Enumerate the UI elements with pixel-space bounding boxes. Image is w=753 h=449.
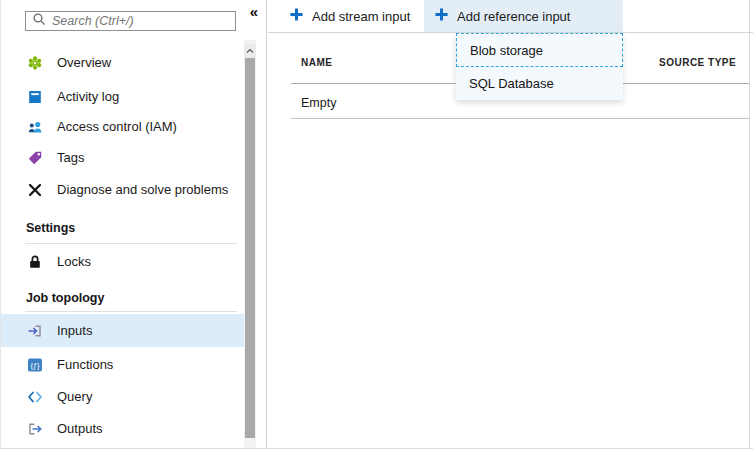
sidebar-scrollbar-thumb[interactable] <box>245 58 255 438</box>
activity-log-icon <box>27 89 43 105</box>
sidebar-item-functions[interactable]: {ƒ} Functions <box>1 348 244 381</box>
sidebar-item-label: Tags <box>57 150 84 165</box>
query-icon <box>27 389 43 405</box>
azure-portal-inputs-page: « Overview Activity log Access control (… <box>0 0 753 449</box>
table-row-divider <box>291 118 749 119</box>
column-header-source-type: SOURCE TYPE <box>659 57 736 68</box>
add-stream-input-label: Add stream input <box>312 9 410 24</box>
plus-icon <box>289 7 304 25</box>
diagnose-icon <box>27 182 43 198</box>
svg-text:{ƒ}: {ƒ} <box>30 361 40 370</box>
sidebar-item-label: Inputs <box>57 323 92 338</box>
search-input[interactable] <box>52 14 229 28</box>
inputs-icon <box>27 323 43 339</box>
sidebar-item-inputs[interactable]: Inputs <box>1 314 244 347</box>
sidebar-item-overview[interactable]: Overview <box>1 46 244 79</box>
table-row: Empty <box>301 96 336 110</box>
inputs-content: Add stream input Add reference input NAM… <box>268 0 753 449</box>
content-right-edge <box>749 0 750 449</box>
command-bar: Add stream input Add reference input <box>268 0 753 33</box>
access-control-icon <box>27 119 43 135</box>
plus-icon <box>434 7 449 25</box>
sidebar-item-activity-log[interactable]: Activity log <box>1 80 244 113</box>
tag-icon <box>27 150 43 166</box>
sidebar-section-job-topology: Job topology <box>26 291 104 305</box>
search-icon <box>32 12 46 30</box>
sidebar-item-label: Outputs <box>57 421 103 436</box>
column-header-name: NAME <box>301 57 332 68</box>
menu-item-blob-storage[interactable]: Blob storage <box>456 33 623 67</box>
sidebar-item-label: Diagnose and solve problems <box>57 182 228 197</box>
sidebar-scrollbar[interactable] <box>244 40 256 449</box>
sidebar-item-label: Query <box>57 389 92 404</box>
outputs-icon <box>27 421 43 437</box>
functions-icon: {ƒ} <box>27 357 43 373</box>
add-reference-input-button[interactable]: Add reference input <box>424 0 623 32</box>
menu-item-sql-database[interactable]: SQL Database <box>456 67 623 100</box>
overview-icon <box>27 55 43 71</box>
sidebar-item-query[interactable]: Query <box>1 380 244 413</box>
sidebar-item-label: Functions <box>57 357 113 372</box>
scrollbar-up-icon[interactable] <box>244 44 256 58</box>
sidebar-item-label: Activity log <box>57 89 119 104</box>
sidebar-item-diagnose[interactable]: Diagnose and solve problems <box>1 173 244 206</box>
sidebar-item-tags[interactable]: Tags <box>1 141 244 174</box>
sidebar-item-label: Locks <box>57 254 91 269</box>
sidebar-item-outputs[interactable]: Outputs <box>1 412 244 445</box>
divider <box>25 311 237 312</box>
sidebar-item-access-control[interactable]: Access control (IAM) <box>1 110 244 143</box>
add-reference-input-menu: Blob storage SQL Database <box>456 33 623 100</box>
sidebar-search <box>25 11 236 31</box>
sidebar-item-label: Overview <box>57 55 111 70</box>
divider <box>25 243 237 244</box>
add-reference-input-label: Add reference input <box>457 9 570 24</box>
sidebar-item-locks[interactable]: Locks <box>1 245 244 278</box>
sidebar: « Overview Activity log Access control (… <box>1 0 267 449</box>
add-stream-input-button[interactable]: Add stream input <box>277 0 422 32</box>
sidebar-section-settings: Settings <box>26 221 75 235</box>
lock-icon <box>27 254 43 270</box>
sidebar-item-label: Access control (IAM) <box>57 119 177 134</box>
collapse-sidebar-button[interactable]: « <box>243 2 265 22</box>
